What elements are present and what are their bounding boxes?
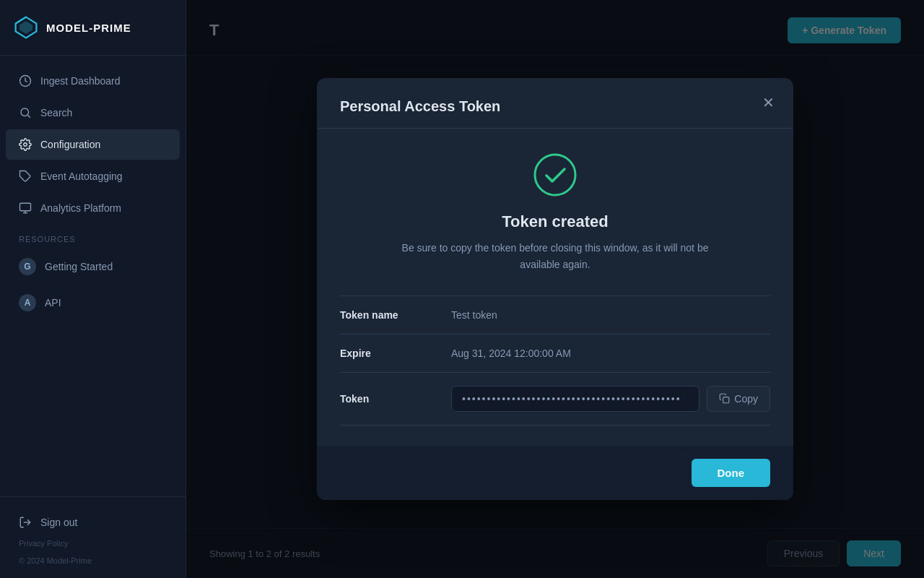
gear-icon (19, 138, 32, 151)
sidebar-item-getting-started[interactable]: G Getting Started (6, 249, 180, 284)
sidebar-item-api[interactable]: A API (6, 285, 180, 320)
success-icon-wrap (340, 152, 770, 198)
token-input[interactable] (451, 386, 699, 412)
copyright: © 2024 Model-Prime (6, 553, 180, 571)
copy-button[interactable]: Copy (707, 386, 770, 412)
modal-overlay: Personal Access Token ✕ Token created Be… (186, 0, 924, 578)
modal-footer: Done (317, 446, 793, 500)
sidebar-item-event-autotagging[interactable]: Event Autotagging (6, 161, 180, 191)
token-label: Token (340, 393, 434, 405)
sidebar: MODEL-PRIME Ingest Dashboard Search Conf… (0, 0, 186, 578)
api-icon: A (19, 294, 36, 311)
svg-point-12 (535, 155, 575, 195)
modal-header: Personal Access Token ✕ (317, 78, 793, 129)
token-name-value: Test token (451, 309, 770, 321)
sidebar-item-label: API (45, 297, 61, 309)
expire-row: Expire Aug 31, 2024 12:00:00 AM (340, 335, 770, 373)
sidebar-item-analytics-platform[interactable]: Analytics Platform (6, 193, 180, 223)
svg-rect-8 (20, 203, 31, 211)
sidebar-item-label: Analytics Platform (40, 202, 121, 214)
token-row: Token Copy (340, 373, 770, 426)
sidebar-item-label: Getting Started (45, 261, 113, 272)
svg-point-4 (21, 108, 29, 116)
getting-started-icon: G (19, 258, 36, 275)
main-content: T + Generate Token Showing 1 to 2 of 2 r… (186, 0, 924, 578)
sign-out-icon (19, 516, 32, 529)
sidebar-item-label: Ingest Dashboard (40, 75, 121, 87)
token-name-row: Token name Test token (340, 296, 770, 335)
modal: Personal Access Token ✕ Token created Be… (317, 78, 793, 500)
check-circle-icon (532, 152, 578, 198)
logo-text: MODEL-PRIME (46, 22, 131, 34)
sidebar-item-search[interactable]: Search (6, 98, 180, 128)
token-created-title: Token created (340, 212, 770, 231)
sidebar-item-configuration[interactable]: Configuration (6, 129, 180, 160)
copy-label: Copy (734, 393, 758, 405)
expire-label: Expire (340, 348, 434, 359)
modal-close-button[interactable]: ✕ (759, 92, 777, 113)
sidebar-logo: MODEL-PRIME (0, 0, 186, 56)
token-value-wrap: Copy (451, 386, 770, 412)
expire-value: Aug 31, 2024 12:00:00 AM (451, 348, 770, 359)
copy-icon (719, 393, 730, 404)
token-name-label: Token name (340, 309, 434, 321)
sidebar-item-label: Search (40, 107, 72, 118)
sidebar-item-label: Event Autotagging (40, 171, 123, 182)
sign-out-label: Sign out (40, 517, 77, 528)
svg-point-6 (24, 143, 27, 147)
sidebar-nav: Ingest Dashboard Search Configuration Ev… (0, 56, 186, 496)
chart-icon (19, 202, 32, 215)
privacy-policy[interactable]: Privacy Policy (6, 536, 180, 553)
sidebar-bottom: Sign out Privacy Policy © 2024 Model-Pri… (0, 496, 186, 578)
model-prime-logo-icon (13, 14, 39, 40)
sidebar-item-ingest-dashboard[interactable]: Ingest Dashboard (6, 66, 180, 96)
token-fields: Token name Test token Expire Aug 31, 202… (340, 296, 770, 426)
tag-icon (19, 170, 32, 183)
svg-rect-13 (723, 397, 729, 403)
svg-marker-1 (19, 21, 32, 34)
modal-title: Personal Access Token (340, 98, 770, 115)
dashboard-icon (19, 74, 32, 87)
token-created-desc: Be sure to copy the token before closing… (382, 240, 728, 272)
done-button[interactable]: Done (692, 459, 771, 487)
modal-body: Token created Be sure to copy the token … (317, 129, 793, 446)
search-icon (19, 106, 32, 119)
sign-out-button[interactable]: Sign out (6, 509, 180, 536)
resources-label: Resources (0, 225, 186, 248)
sidebar-item-label: Configuration (40, 139, 100, 150)
svg-line-5 (27, 115, 30, 117)
